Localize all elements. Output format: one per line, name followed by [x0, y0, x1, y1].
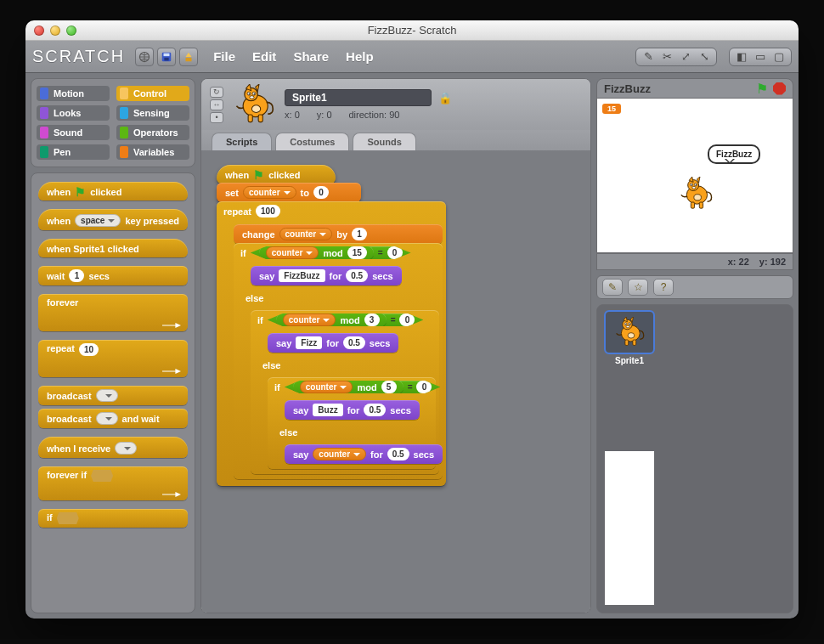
stage[interactable]: 15 FizzBuzz	[596, 99, 793, 253]
share-upload-icon[interactable]	[179, 48, 198, 66]
main-area: Motion Control Looks Sensing Sound Opera…	[25, 73, 799, 619]
palette-when-flag-clicked[interactable]: when ⚑ clicked	[38, 182, 188, 201]
palette-broadcast-wait[interactable]: broadcast and wait	[38, 409, 188, 428]
category-operators[interactable]: Operators	[116, 125, 189, 140]
category-sensing[interactable]: Sensing	[116, 105, 189, 121]
tab-scripts[interactable]: Scripts	[212, 133, 272, 150]
category-pen[interactable]: Pen	[37, 144, 110, 160]
sprite-thumbnail	[232, 82, 276, 127]
category-panel: Motion Control Looks Sensing Sound Opera…	[31, 78, 195, 167]
palette-forever-if[interactable]: forever if	[38, 466, 188, 500]
view-normal-stage-icon[interactable]: ▭	[752, 48, 769, 66]
green-flag-button[interactable]: ⚑	[756, 81, 768, 97]
grow-icon[interactable]: ⤢	[677, 48, 694, 66]
block-say-counter[interactable]: say counter for 0.5 secs	[285, 444, 443, 464]
block-change-var[interactable]: change counter by 1	[234, 224, 443, 244]
svg-rect-15	[165, 57, 169, 60]
library-item-sprite1[interactable]: Sprite1	[604, 312, 655, 365]
stop-button[interactable]	[773, 82, 786, 95]
rotate-360-icon[interactable]: ↻	[210, 87, 223, 98]
save-icon[interactable]	[157, 48, 176, 66]
svg-rect-14	[164, 53, 170, 56]
operator-equals[interactable]: counter mod 5 = 0	[285, 381, 441, 393]
menu-edit[interactable]: Edit	[246, 49, 283, 64]
stage-variable-counter[interactable]: 15	[602, 104, 621, 114]
editor-tabs: Scripts Costumes Sounds	[201, 130, 590, 150]
lock-icon[interactable]: 🔒	[438, 92, 452, 105]
palette-forever[interactable]: forever	[38, 294, 188, 331]
choose-sprite-file-icon[interactable]: ☆	[628, 279, 648, 296]
globe-icon[interactable]	[135, 48, 154, 66]
bool-slot[interactable]	[91, 470, 113, 482]
category-control[interactable]: Control	[116, 86, 189, 101]
palette-when-sprite-clicked[interactable]: when Sprite1 clicked	[38, 239, 188, 257]
menu-help[interactable]: Help	[339, 49, 381, 64]
key-dropdown[interactable]: space	[75, 214, 121, 227]
palette-when-key-pressed[interactable]: when space key pressed	[38, 209, 188, 230]
cut-icon[interactable]: ✂	[658, 48, 675, 66]
var-dropdown[interactable]: counter	[243, 186, 296, 199]
category-label: Looks	[54, 108, 81, 118]
palette-repeat[interactable]: repeat 10	[38, 340, 188, 377]
operator-equals[interactable]: counter mod 15 = 0	[251, 246, 411, 259]
operator-equals[interactable]: counter mod 3 = 0	[268, 314, 424, 326]
rotate-flip-icon[interactable]: ↔	[210, 99, 223, 110]
surprise-sprite-icon[interactable]: ?	[653, 279, 674, 296]
stage-panel: FizzBuzz ⚑ 15 FizzBuzz x: 22 y: 192	[596, 78, 793, 270]
stamp-icon[interactable]: ✎	[640, 48, 657, 66]
sprite-header: ↻ ↔ • 🔒 x: 0 y: 0 direction: 90	[201, 79, 590, 130]
category-label: Pen	[54, 147, 71, 157]
project-title: FizzBuzz	[604, 82, 651, 95]
category-looks[interactable]: Looks	[37, 105, 110, 121]
block-repeat[interactable]: repeat 100 change counter by 1	[217, 201, 446, 486]
svg-rect-16	[186, 57, 192, 60]
tab-costumes[interactable]: Costumes	[275, 133, 349, 150]
menu-file[interactable]: File	[206, 49, 242, 64]
new-sprite-bar: ✎ ☆ ?	[596, 275, 793, 299]
palette-if[interactable]: if	[38, 509, 188, 528]
category-motion[interactable]: Motion	[37, 86, 110, 101]
close-icon[interactable]	[34, 25, 44, 36]
sprite-name-input[interactable]	[285, 89, 432, 106]
block-say-fizz[interactable]: say Fizz for 0.5 secs	[268, 333, 398, 353]
category-label: Motion	[54, 88, 84, 99]
mac-titlebar: FizzBuzz- Scratch	[25, 20, 799, 41]
block-when-flag-clicked[interactable]: when ⚑ clicked	[217, 165, 336, 184]
zoom-icon[interactable]	[66, 25, 76, 36]
menu-share[interactable]: Share	[286, 49, 336, 64]
shrink-icon[interactable]: ⤡	[696, 48, 713, 66]
window-title: FizzBuzz- Scratch	[25, 24, 799, 37]
sprite-library: Sprite1 Stage	[596, 304, 793, 613]
block-if-else-5[interactable]: if counter mod 5	[268, 377, 436, 469]
category-variables[interactable]: Variables	[116, 144, 189, 160]
mac-window: FizzBuzz- Scratch SCRATCH File Edit Shar…	[25, 20, 799, 619]
toolbar-edit-group: ✎ ✂ ⤢ ⤡	[635, 48, 717, 66]
script-stack[interactable]: when ⚑ clicked set counter to 0 rep	[217, 166, 446, 486]
presentation-icon[interactable]: ▢	[770, 48, 787, 66]
palette-broadcast[interactable]: broadcast	[38, 386, 188, 405]
block-say-fizzbuzz[interactable]: say FizzBuzz for 0.5 secs	[251, 266, 402, 285]
var-dropdown[interactable]: counter	[279, 228, 333, 240]
palette-when-receive[interactable]: when I receive	[38, 437, 188, 458]
minimize-icon[interactable]	[50, 25, 60, 36]
tab-sounds[interactable]: Sounds	[353, 133, 415, 150]
menu-bar: SCRATCH File Edit Share Help ✎ ✂ ⤢ ⤡ ◧ ▭…	[25, 41, 799, 73]
scratch-logo: SCRATCH	[32, 47, 125, 66]
block-if-else-3[interactable]: if counter mod 3 =	[251, 310, 439, 474]
broadcast-dropdown[interactable]	[96, 412, 118, 425]
mouse-coordinates: x: 22 y: 192	[596, 253, 793, 270]
rotate-none-icon[interactable]: •	[210, 112, 223, 123]
view-small-stage-icon[interactable]: ◧	[733, 48, 750, 66]
palette-wait[interactable]: wait 1 secs	[38, 266, 188, 285]
paint-new-sprite-icon[interactable]: ✎	[602, 279, 623, 296]
stage-sprite-cat[interactable]	[679, 177, 713, 213]
bool-slot[interactable]	[57, 512, 79, 524]
library-item-stage[interactable]: Stage	[604, 451, 655, 606]
block-set-var[interactable]: set counter to 0	[217, 183, 361, 202]
block-if-else-15[interactable]: if counter mod 15 = 0	[234, 243, 443, 479]
scripts-area[interactable]: when ⚑ clicked set counter to 0 rep	[201, 150, 590, 613]
message-dropdown[interactable]	[115, 442, 137, 455]
broadcast-dropdown[interactable]	[96, 389, 118, 402]
block-say-buzz[interactable]: say Buzz for 0.5 secs	[285, 400, 420, 420]
category-sound[interactable]: Sound	[37, 125, 110, 140]
